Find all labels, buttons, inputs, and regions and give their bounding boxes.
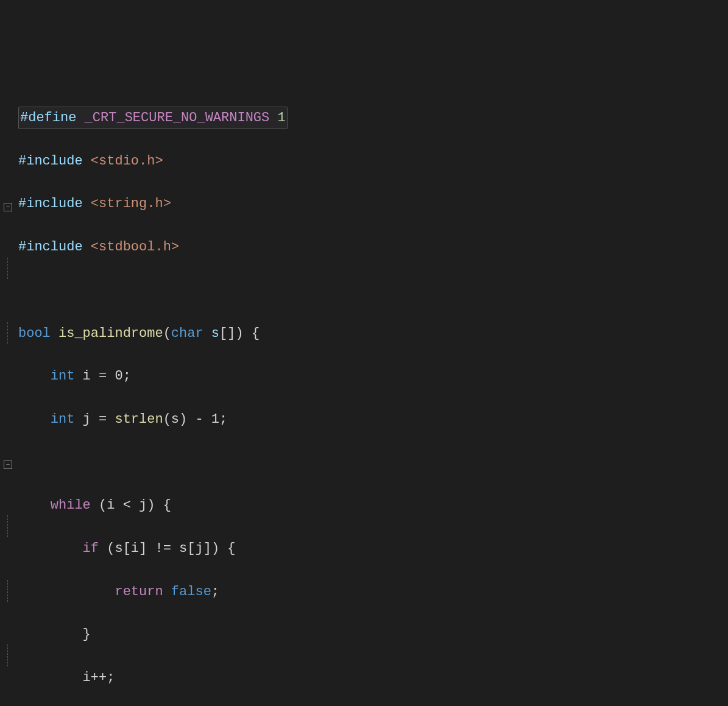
type: int (18, 365, 74, 387)
code-line[interactable] (18, 280, 728, 302)
code-line[interactable]: } (18, 624, 728, 646)
directive: #define (20, 110, 76, 125)
fold-icon[interactable]: − (4, 203, 12, 211)
header-path: <stdbool.h> (83, 236, 179, 258)
keyword: while (18, 495, 91, 516)
function-name: is_palindrome (51, 323, 163, 344)
code-line[interactable]: #include <string.h> (18, 193, 728, 215)
code-line[interactable]: int i = 0; (18, 365, 728, 387)
code-line[interactable]: int j = strlen(s) - 1; (18, 409, 728, 431)
code-line[interactable]: if (s[i] != s[j]) { (18, 538, 728, 560)
code-line[interactable]: #define _CRT_SECURE_NO_WARNINGS 1 (18, 107, 728, 129)
directive: #include (18, 193, 83, 214)
macro-value: 1 (269, 110, 285, 125)
keyword: if (18, 538, 99, 559)
fold-icon[interactable]: − (4, 461, 12, 469)
code-line[interactable]: while (i < j) { (18, 495, 728, 517)
variable: i (74, 365, 90, 387)
param: s (203, 323, 219, 344)
code-line[interactable]: i++; (18, 667, 728, 689)
code-line[interactable]: #include <stdbool.h> (18, 236, 728, 258)
variable: j (74, 409, 90, 430)
macro-name: _CRT_SECURE_NO_WARNINGS (76, 110, 269, 125)
code-editor[interactable]: − − − − − #define _CRT_SECURE_NO_WARNING… (0, 86, 728, 706)
type: char (171, 323, 203, 344)
header-path: <string.h> (83, 193, 171, 214)
code-line[interactable]: bool is_palindrome(char s[]) { (18, 322, 728, 344)
header-path: <stdio.h> (83, 150, 163, 172)
function-call: strlen (115, 409, 163, 430)
code-line[interactable]: return false; (18, 581, 728, 603)
directive: #include (18, 236, 83, 258)
variable: i (18, 667, 91, 688)
directive: #include (18, 150, 83, 172)
fold-gutter: − − − − − (0, 86, 17, 706)
type: int (18, 409, 74, 430)
code-line[interactable]: #include <stdio.h> (18, 150, 728, 172)
type: bool (18, 323, 51, 344)
bool-literal: false (163, 581, 211, 602)
code-line[interactable] (18, 451, 728, 473)
code-content[interactable]: #define _CRT_SECURE_NO_WARNINGS 1 #inclu… (17, 86, 728, 706)
keyword: return (18, 581, 163, 602)
